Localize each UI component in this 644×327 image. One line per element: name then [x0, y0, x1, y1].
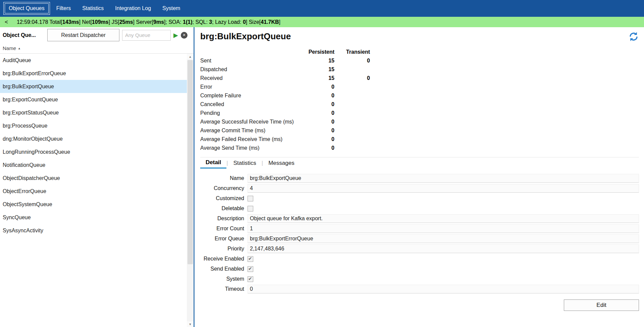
queue-list: AuditQueue brg:BulkExportErrorQueue brg:… [0, 54, 187, 237]
tab-detail[interactable]: Detail [200, 157, 226, 169]
send-enabled-label: Send Enabled [200, 266, 244, 272]
list-scrollbar[interactable]: ▲ ▼ [187, 54, 194, 327]
stats-persistent-value: 0 [301, 135, 334, 144]
queue-detail-panel: brg:BulkExportQueue Persistent Transient… [195, 27, 644, 327]
scrollbar-track[interactable] [187, 59, 194, 321]
perf-text: ] Size[ [246, 19, 261, 25]
queue-detail-form: Name Concurrency Customized Deletable De… [200, 173, 639, 311]
form-row: Concurrency [200, 183, 639, 193]
queue-item[interactable]: ObjectErrorQueue [0, 185, 187, 198]
column-header-label: Name [3, 45, 16, 51]
stats-row-label: Dispatched [200, 65, 301, 74]
queue-item-selected[interactable]: brg:BulkExportQueue [0, 80, 187, 93]
perf-text: ; SQL: [193, 19, 209, 25]
receive-enabled-checkbox[interactable] [248, 256, 253, 262]
queue-title: brg:BulkExportQueue [200, 31, 639, 42]
object-queues-app: Object Queues Filters Statistics Integra… [0, 0, 644, 327]
stats-row-label: Average Commit Time (ms) [200, 126, 301, 135]
performance-bar: < 12:59:04.178 Total[143ms] Net[109ms] J… [0, 17, 644, 27]
nav-tab-statistics[interactable]: Statistics [77, 2, 109, 14]
queue-item[interactable]: AuditQueue [0, 54, 187, 67]
error-count-field[interactable] [248, 224, 639, 233]
scroll-up-icon[interactable]: ▲ [187, 54, 194, 59]
x-glyph: ✕ [182, 33, 185, 37]
form-row: Priority [200, 244, 639, 254]
perf-soa-value: 1(1) [183, 19, 192, 25]
stats-persistent-value: 15 [301, 65, 334, 74]
nav-tab-object-queues[interactable]: Object Queues [3, 2, 50, 15]
stats-row-label: Sent [200, 56, 301, 65]
column-header-name[interactable]: Name ▲ [0, 43, 194, 54]
queue-item[interactable]: ObjectSystemQueue [0, 198, 187, 211]
deletable-checkbox[interactable] [248, 206, 253, 212]
form-row: Deletable [200, 203, 639, 214]
stats-row-label: Complete Failure [200, 91, 301, 100]
name-field[interactable] [248, 174, 639, 183]
nav-tab-system[interactable]: System [157, 2, 185, 14]
nav-tab-filters[interactable]: Filters [51, 2, 76, 14]
stats-transient-value [334, 100, 370, 109]
form-row: Error Count [200, 224, 639, 234]
perf-text: ]; SOA: [164, 19, 183, 25]
form-row: Description [200, 214, 639, 224]
detail-tabs: Detail | Statistics | Messages [200, 157, 639, 169]
stats-persistent-value: 0 [301, 83, 334, 91]
stats-transient-value: 0 [334, 56, 370, 65]
error-queue-field[interactable] [248, 234, 639, 243]
queue-item[interactable]: brg:ExportStatusQueue [0, 106, 187, 119]
perf-text: ] Net[ [79, 19, 92, 25]
system-checkbox[interactable] [248, 276, 253, 282]
stats-transient-value [334, 83, 370, 91]
queue-item[interactable]: ObjectDispatcherQueue [0, 172, 187, 185]
stats-transient-value [334, 109, 370, 118]
tab-messages[interactable]: Messages [263, 157, 300, 169]
queue-item[interactable]: brg:ProcessQueue [0, 119, 187, 132]
form-row: Customized [200, 193, 639, 203]
run-search-icon[interactable]: ▶ [173, 32, 178, 38]
nav-tab-integration-log[interactable]: Integration Log [110, 2, 156, 14]
queue-item[interactable]: brg:ExportCountQueue [0, 93, 187, 106]
edit-button[interactable]: Edit [564, 299, 639, 311]
stats-persistent-value: 0 [301, 100, 334, 109]
clear-search-icon[interactable]: ✕ [181, 32, 187, 39]
stats-transient-value: 0 [334, 74, 370, 83]
sort-ascending-icon: ▲ [18, 47, 21, 50]
error-queue-label: Error Queue [200, 236, 244, 242]
scrollbar-thumb[interactable] [187, 60, 193, 264]
queue-item[interactable]: LongRunningProcessQueue [0, 145, 187, 158]
stats-transient-value [334, 65, 370, 74]
perf-total-value: 143ms [62, 19, 79, 25]
queue-search-input[interactable] [122, 30, 171, 41]
stats-row-label: Average Send Time (ms) [200, 144, 301, 152]
queue-stats-table: Persistent Transient Sent 15 0 Dispatche… [200, 48, 639, 152]
priority-field[interactable] [248, 244, 639, 253]
customized-checkbox[interactable] [248, 196, 253, 201]
concurrency-field[interactable] [248, 184, 639, 193]
main-content: Object Que... Restart Dispatcher ▶ ✕ Nam… [0, 27, 644, 327]
stats-persistent-value: 15 [301, 56, 334, 65]
restart-dispatcher-button[interactable]: Restart Dispatcher [47, 29, 119, 41]
stats-col-persistent: Persistent [301, 48, 334, 56]
stats-persistent-value: 15 [301, 74, 334, 83]
tab-statistics[interactable]: Statistics [228, 157, 262, 169]
queue-item[interactable]: dng:MonitorObjectQueue [0, 132, 187, 145]
refresh-button[interactable] [628, 31, 640, 44]
stats-transient-value [334, 91, 370, 100]
timeout-field[interactable] [248, 285, 639, 293]
send-enabled-checkbox[interactable] [248, 266, 253, 272]
queue-item[interactable]: brg:BulkExportErrorQueue [0, 67, 187, 80]
description-field[interactable] [248, 214, 639, 223]
collapse-left-icon[interactable]: < [5, 19, 8, 26]
system-label: System [200, 276, 244, 282]
perf-sql-value: 3 [209, 19, 212, 25]
queue-item[interactable]: SyncQueue [0, 211, 187, 224]
queue-item[interactable]: NotificationQueue [0, 158, 187, 172]
panel-title: Object Que... [3, 32, 45, 38]
form-row: Name [200, 173, 639, 183]
queue-item[interactable]: SysAsyncActivity [0, 224, 187, 237]
stats-row-label: Cancelled [200, 100, 301, 109]
perf-text: ] Server[ [133, 19, 153, 25]
scroll-down-icon[interactable]: ▼ [187, 321, 194, 327]
error-count-label: Error Count [200, 226, 244, 232]
form-row: Send Enabled [200, 264, 639, 274]
